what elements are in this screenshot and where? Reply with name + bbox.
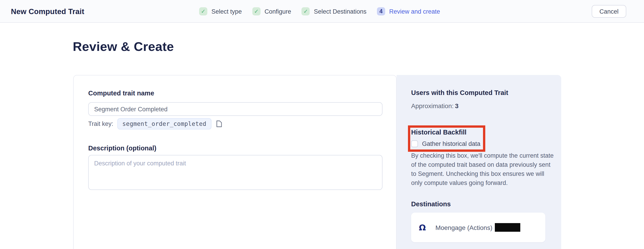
destinations-heading: Destinations [411, 200, 451, 208]
gather-historical-data-row: Gather historical data [411, 140, 480, 148]
step-select-destinations[interactable]: ✓ Select Destinations [302, 7, 366, 15]
historical-backfill-heading: Historical Backfill [411, 128, 466, 136]
backfill-description: By checking this box, we'll compute the … [411, 151, 555, 188]
check-icon: ✓ [252, 7, 260, 15]
approximation-value: 3 [455, 102, 459, 109]
users-with-trait-heading: Users with this Computed Trait [411, 89, 508, 97]
redaction-box [494, 223, 520, 232]
copy-document-icon[interactable] [216, 120, 222, 127]
check-icon: ✓ [302, 7, 310, 15]
step-number-badge: 4 [377, 7, 385, 15]
step-label: Review and create [389, 8, 440, 15]
wizard-header: New Computed Trait ✓ Select type ✓ Confi… [0, 0, 644, 23]
step-label: Configure [264, 8, 291, 15]
moengage-logo-icon: Ω [419, 223, 426, 232]
destination-name: Moengage (Actions) [436, 224, 492, 231]
step-configure[interactable]: ✓ Configure [252, 7, 291, 15]
trait-form-card: Computed trait name Trait key: segment_o… [73, 75, 396, 249]
destination-card[interactable]: Ω Moengage (Actions) [411, 213, 545, 242]
step-select-type[interactable]: ✓ Select type [199, 7, 242, 15]
page: New Computed Trait ✓ Select type ✓ Confi… [0, 0, 644, 249]
main-content: Review & Create Computed trait name Trai… [0, 23, 644, 249]
summary-panel: Users with this Computed Trait Approxima… [396, 75, 561, 249]
page-heading: Review & Create [73, 39, 174, 54]
approximation-label: Approximation: [411, 102, 454, 109]
check-icon: ✓ [199, 7, 208, 15]
trait-key-row: Trait key: segment_order_completed [88, 118, 222, 130]
step-label: Select type [212, 8, 242, 15]
description-textarea[interactable] [88, 155, 382, 190]
description-label: Description (optional) [88, 144, 156, 152]
wizard-stepper: ✓ Select type ✓ Configure ✓ Select Desti… [199, 0, 440, 23]
gather-historical-data-label: Gather historical data [422, 140, 480, 147]
trait-name-input[interactable] [88, 102, 382, 116]
page-title: New Computed Trait [11, 0, 84, 23]
step-review-and-create[interactable]: 4 Review and create [377, 7, 440, 15]
trait-name-label: Computed trait name [88, 89, 154, 97]
gather-historical-data-checkbox[interactable] [411, 140, 418, 147]
step-label: Select Destinations [314, 8, 366, 15]
trait-key-label: Trait key: [88, 120, 113, 127]
trait-key-value: segment_order_completed [117, 118, 211, 130]
approximation-row: Approximation:3 [411, 102, 458, 109]
cancel-button[interactable]: Cancel [592, 5, 626, 18]
